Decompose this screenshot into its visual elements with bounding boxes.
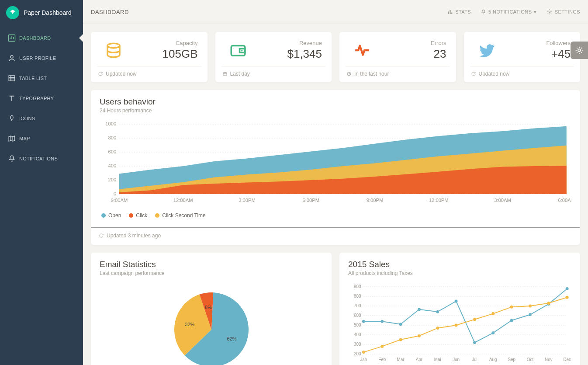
svg-text:Dec: Dec [563, 357, 571, 362]
svg-point-86 [529, 305, 532, 308]
svg-text:700: 700 [354, 303, 361, 308]
sidebar-item-dashboard[interactable]: DASHBOARD [0, 28, 83, 48]
sidebar-item-label: MAP [19, 136, 30, 141]
icons-icon [8, 115, 19, 122]
svg-text:900: 900 [354, 284, 361, 289]
sidebar-item-table-list[interactable]: TABLE LIST [0, 68, 83, 88]
stat-label: Errors [431, 40, 446, 46]
brand-text: Paper Dashboard [24, 9, 72, 16]
topbar-settings[interactable]: SETTINGS [546, 9, 580, 15]
svg-text:500: 500 [354, 323, 361, 327]
stat-card-followers: Followers+45Updated now [464, 32, 581, 82]
svg-rect-5 [450, 10, 451, 14]
svg-text:9:00PM: 9:00PM [367, 198, 384, 203]
refresh-icon [99, 233, 104, 238]
svg-point-1 [10, 56, 13, 58]
svg-text:Mar: Mar [397, 357, 405, 362]
svg-text:300: 300 [354, 342, 361, 347]
stat-value: 105GB [163, 47, 198, 61]
page-title: DASHBOARD [91, 9, 129, 15]
svg-text:6:00AM: 6:00AM [558, 198, 571, 203]
sidebar-item-map[interactable]: MAP [0, 129, 83, 149]
svg-point-67 [399, 323, 402, 326]
sidebar-item-notifications[interactable]: NOTIFICATIONS [0, 149, 83, 169]
svg-text:600: 600 [108, 149, 117, 154]
svg-point-84 [491, 312, 495, 315]
svg-point-88 [566, 296, 569, 299]
topbar-notifications[interactable]: 5 NOTIFICATIONS ▾ [481, 9, 537, 15]
svg-point-83 [473, 318, 476, 321]
clock-icon [346, 71, 352, 76]
svg-text:0: 0 [114, 191, 116, 196]
logo-badge-icon [6, 6, 19, 19]
svg-point-81 [436, 327, 439, 330]
calendar-icon [222, 71, 228, 76]
sidebar-item-label: TYPOGRAPHY [19, 96, 54, 101]
stat-footer: Updated now [106, 71, 137, 77]
svg-rect-9 [231, 46, 245, 56]
svg-point-76 [566, 287, 569, 290]
sales-line-chart: 200300400500600700800900JanFebMarAprMaiJ… [348, 282, 571, 365]
svg-text:400: 400 [108, 163, 117, 168]
svg-text:Jan: Jan [360, 357, 367, 362]
topbar: DASHBOARD STATS 5 NOTIFICATIONS ▾ SETTIN… [83, 0, 588, 24]
sales-card: 2015 Sales All products including Taxes … [339, 253, 580, 365]
sidebar-item-label: NOTIFICATIONS [19, 156, 58, 161]
logo[interactable]: Paper Dashboard [0, 0, 83, 25]
sidebar-item-label: TABLE LIST [19, 76, 47, 81]
svg-text:Mai: Mai [434, 357, 441, 362]
sidebar-item-user-profile[interactable]: USER PROFILE [0, 48, 83, 68]
gear-icon [546, 9, 553, 15]
pulse-icon [349, 41, 375, 59]
sidebar-item-label: USER PROFILE [19, 56, 56, 61]
svg-point-72 [491, 331, 495, 334]
svg-text:800: 800 [108, 136, 117, 140]
stat-label: Revenue [287, 40, 322, 46]
svg-point-77 [362, 351, 365, 354]
svg-text:62%: 62% [227, 336, 236, 341]
svg-rect-12 [223, 73, 227, 76]
svg-point-70 [455, 300, 458, 303]
card-title: Users behavior [100, 97, 571, 107]
gear-icon [575, 46, 584, 55]
svg-text:Apr: Apr [416, 357, 423, 362]
main: DASHBOARD STATS 5 NOTIFICATIONS ▾ SETTIN… [83, 0, 588, 365]
sidebar-nav: DASHBOARDUSER PROFILETABLE LISTTYPOGRAPH… [0, 25, 83, 169]
stat-footer: Updated now [479, 71, 510, 77]
svg-text:Sep: Sep [508, 357, 515, 362]
bell-icon [8, 155, 19, 163]
topbar-stats[interactable]: STATS [447, 9, 471, 15]
settings-tab[interactable] [571, 42, 588, 59]
svg-text:Oct: Oct [527, 357, 534, 362]
sidebar-item-icons[interactable]: ICONS [0, 108, 83, 129]
svg-point-11 [241, 50, 243, 52]
svg-point-80 [418, 334, 421, 337]
svg-text:Jun: Jun [453, 357, 460, 362]
sidebar-item-typography[interactable]: TYPOGRAPHY [0, 88, 83, 108]
sidebar: Paper Dashboard DASHBOARDUSER PROFILETAB… [0, 0, 83, 365]
bell-icon [481, 9, 486, 15]
svg-point-7 [549, 11, 550, 13]
map-icon [8, 135, 19, 143]
card-title: 2015 Sales [348, 260, 571, 269]
svg-text:32%: 32% [185, 322, 194, 327]
stat-label: Capacity [163, 40, 198, 46]
svg-rect-2 [9, 76, 15, 81]
stat-card-errors: Errors23In the last hour [339, 32, 456, 82]
svg-point-73 [510, 319, 513, 322]
table-icon [8, 74, 19, 82]
users-behavior-chart: 020040060080010009:00AM12:00AM3:00PM6:00… [100, 120, 571, 207]
card-title: Email Statistics [100, 260, 323, 269]
stats-row: Capacity105GBUpdated nowRevenue$1,345Las… [91, 32, 580, 82]
stat-value: 23 [431, 47, 446, 61]
svg-point-87 [547, 302, 550, 305]
svg-point-85 [510, 306, 513, 309]
svg-text:12:00PM: 12:00PM [429, 198, 449, 203]
users-behavior-card: Users behavior 24 Hours performance 0200… [91, 90, 580, 245]
svg-text:Jul: Jul [472, 357, 477, 362]
chart-icon [8, 34, 19, 42]
chevron-down-icon: ▾ [534, 9, 536, 15]
svg-point-68 [418, 308, 421, 311]
stat-footer: In the last hour [354, 71, 389, 77]
refresh-icon [471, 71, 476, 76]
